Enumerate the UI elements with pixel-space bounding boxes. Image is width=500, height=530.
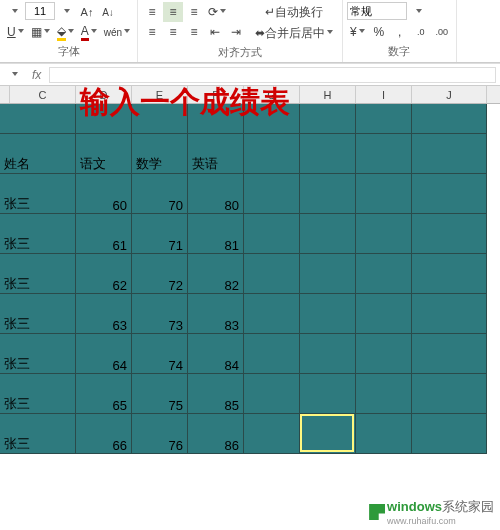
- name-box-dropdown[interactable]: [4, 65, 24, 85]
- align-top-button[interactable]: ≡: [142, 2, 162, 22]
- cell[interactable]: [300, 334, 356, 374]
- cell-math[interactable]: 74: [132, 334, 188, 374]
- col-header[interactable]: I: [356, 86, 412, 103]
- align-bottom-button[interactable]: ≡: [184, 2, 204, 22]
- cell[interactable]: [412, 214, 487, 254]
- cell-chinese[interactable]: 64: [76, 334, 132, 374]
- comma-format-button[interactable]: ,: [390, 22, 410, 42]
- col-header[interactable]: H: [300, 86, 356, 103]
- cell[interactable]: [412, 334, 487, 374]
- cell[interactable]: [412, 254, 487, 294]
- cell-english[interactable]: 82: [188, 254, 244, 294]
- cell[interactable]: [244, 254, 300, 294]
- font-size-input[interactable]: [25, 2, 55, 20]
- number-format-dropdown[interactable]: [408, 2, 428, 22]
- cell[interactable]: [412, 294, 487, 334]
- decrease-indent-button[interactable]: ⇤: [205, 22, 225, 42]
- cell-math[interactable]: 71: [132, 214, 188, 254]
- align-middle-button[interactable]: ≡: [163, 2, 183, 22]
- decrease-font-button[interactable]: A↓: [98, 2, 118, 22]
- number-format-select[interactable]: [347, 2, 407, 20]
- cell[interactable]: [300, 174, 356, 214]
- cell[interactable]: [356, 254, 412, 294]
- col-header[interactable]: C: [10, 86, 76, 103]
- cell[interactable]: [356, 174, 412, 214]
- grid[interactable]: 姓名 语文 数学 英语 张三607080张三617181张三627282张三63…: [0, 104, 500, 454]
- cell-name[interactable]: 张三: [0, 174, 76, 214]
- formula-input[interactable]: [49, 67, 496, 83]
- percent-format-button[interactable]: %: [369, 22, 389, 42]
- cell[interactable]: [300, 254, 356, 294]
- merge-center-button[interactable]: ⬌ 合并后居中: [250, 23, 338, 43]
- cell[interactable]: [300, 374, 356, 414]
- cell[interactable]: [356, 134, 412, 174]
- font-size-dropdown[interactable]: [56, 2, 76, 22]
- underline-button[interactable]: U: [4, 22, 27, 42]
- cell-name[interactable]: 张三: [0, 214, 76, 254]
- align-right-button[interactable]: ≡: [184, 22, 204, 42]
- cell[interactable]: [300, 214, 356, 254]
- cell-chinese[interactable]: 62: [76, 254, 132, 294]
- decrease-decimal-button[interactable]: .00: [432, 22, 452, 42]
- cell-english[interactable]: 83: [188, 294, 244, 334]
- cell[interactable]: [244, 134, 300, 174]
- cell[interactable]: [300, 414, 356, 454]
- cell-math[interactable]: 70: [132, 174, 188, 214]
- increase-font-button[interactable]: A↑: [77, 2, 97, 22]
- align-left-button[interactable]: ≡: [142, 22, 162, 42]
- orientation-button[interactable]: ⟳: [205, 2, 229, 22]
- fill-color-button[interactable]: ⬙: [54, 22, 77, 42]
- cell-header-chinese[interactable]: 语文: [76, 134, 132, 174]
- borders-button[interactable]: ▦: [28, 22, 53, 42]
- cell[interactable]: [244, 374, 300, 414]
- cell-chinese[interactable]: 66: [76, 414, 132, 454]
- fx-icon[interactable]: fx: [28, 68, 45, 82]
- cell-chinese[interactable]: 65: [76, 374, 132, 414]
- cell-header-english[interactable]: 英语: [188, 134, 244, 174]
- cell-header-math[interactable]: 数学: [132, 134, 188, 174]
- cell[interactable]: [356, 294, 412, 334]
- cell-english[interactable]: 81: [188, 214, 244, 254]
- cell-chinese[interactable]: 61: [76, 214, 132, 254]
- cell[interactable]: [244, 294, 300, 334]
- cell[interactable]: [300, 294, 356, 334]
- cell-english[interactable]: 86: [188, 414, 244, 454]
- cell[interactable]: [356, 374, 412, 414]
- cell-name[interactable]: 张三: [0, 334, 76, 374]
- cell[interactable]: [244, 174, 300, 214]
- font-family-dropdown[interactable]: [4, 2, 24, 22]
- cell[interactable]: [300, 134, 356, 174]
- wrap-text-button[interactable]: ↵ 自动换行: [250, 2, 338, 22]
- cell-english[interactable]: 84: [188, 334, 244, 374]
- cell[interactable]: [356, 334, 412, 374]
- align-center-button[interactable]: ≡: [163, 22, 183, 42]
- cell[interactable]: [412, 134, 487, 174]
- cell-name[interactable]: 张三: [0, 374, 76, 414]
- cell[interactable]: [356, 414, 412, 454]
- cell-math[interactable]: 75: [132, 374, 188, 414]
- accounting-format-button[interactable]: ¥: [347, 22, 368, 42]
- cell[interactable]: [244, 414, 300, 454]
- cell[interactable]: [356, 104, 412, 134]
- cell[interactable]: [412, 104, 487, 134]
- increase-decimal-button[interactable]: .0: [411, 22, 431, 42]
- increase-indent-button[interactable]: ⇥: [226, 22, 246, 42]
- cell[interactable]: [300, 104, 356, 134]
- font-color-button[interactable]: A: [78, 22, 100, 42]
- cell-english[interactable]: 80: [188, 174, 244, 214]
- col-header[interactable]: J: [412, 86, 487, 103]
- cell-header-name[interactable]: 姓名: [0, 134, 76, 174]
- cell[interactable]: [244, 334, 300, 374]
- phonetic-button[interactable]: wén: [101, 22, 133, 42]
- cell[interactable]: [0, 104, 76, 134]
- cell-name[interactable]: 张三: [0, 414, 76, 454]
- cell-name[interactable]: 张三: [0, 294, 76, 334]
- cell[interactable]: [356, 214, 412, 254]
- cell[interactable]: [412, 174, 487, 214]
- cell[interactable]: [412, 414, 487, 454]
- cell-math[interactable]: 76: [132, 414, 188, 454]
- cell-chinese[interactable]: 63: [76, 294, 132, 334]
- cell[interactable]: [412, 374, 487, 414]
- cell-name[interactable]: 张三: [0, 254, 76, 294]
- cell-english[interactable]: 85: [188, 374, 244, 414]
